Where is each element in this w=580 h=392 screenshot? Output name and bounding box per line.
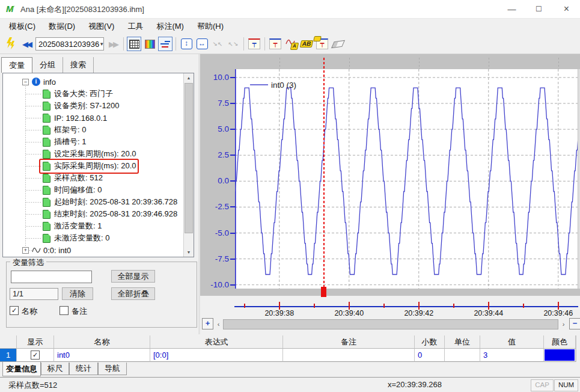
table-header-8: 颜色 <box>544 335 576 349</box>
page-icon <box>43 234 50 243</box>
y-axis-tick <box>230 206 235 207</box>
palette-button[interactable] <box>142 37 157 51</box>
cursor-line[interactable] <box>323 58 325 296</box>
minimize-button[interactable]: — <box>498 0 525 18</box>
fit-vertical-button[interactable]: ↕ <box>179 37 194 51</box>
tree-node-info[interactable]: −iinfo <box>3 76 56 88</box>
tree-item-label: 插槽号: 1 <box>54 136 86 147</box>
tag-range-button[interactable]: AB <box>299 37 314 51</box>
scroll-right-icon[interactable]: › <box>560 319 567 329</box>
y-axis-label: 5.0 <box>201 124 229 133</box>
grid-line-extension <box>349 58 350 69</box>
menu-item-data[interactable]: 数据(D) <box>42 19 82 34</box>
remark-cell[interactable] <box>283 349 415 362</box>
menu-item-template[interactable]: 模板(C) <box>2 19 42 34</box>
name-cell[interactable]: int0 <box>54 349 150 362</box>
prev-dataset-button[interactable]: ◀◀ <box>19 37 34 51</box>
collapse-icon[interactable]: − <box>22 79 29 85</box>
variable-tree: −iinfo设备大类: 西门子设备类别: S7-1200IP: 192.168.… <box>2 73 194 257</box>
h-scrollbar-track[interactable] <box>223 319 558 329</box>
visible-cell[interactable]: ✓ <box>17 349 54 362</box>
tree-item[interactable]: 时间偏移值: 0 <box>3 184 102 196</box>
tree-node-variable[interactable]: +0:0: int0 <box>3 244 71 256</box>
menu-item-tools[interactable]: 工具 <box>121 19 150 34</box>
value-cell[interactable]: 3 <box>480 349 544 362</box>
close-button[interactable]: × <box>553 0 580 18</box>
cursor-measure-button[interactable]: ┯ <box>247 37 261 51</box>
bottom-tab-variable-info[interactable]: 变量信息 <box>2 362 41 376</box>
zoom-out-button[interactable]: − <box>569 318 580 329</box>
tree-item[interactable]: IP: 192.168.0.1 <box>3 112 107 124</box>
clear-button[interactable]: 清除 <box>62 287 93 300</box>
page-icon <box>43 186 50 195</box>
legend-entry: int0 (3) <box>271 81 296 90</box>
y-axis-tick <box>230 103 235 104</box>
bottom-tab-statistics[interactable]: 统计 <box>69 363 98 375</box>
tab-groups[interactable]: 分组 <box>32 57 63 73</box>
cursor-handle[interactable] <box>321 287 326 297</box>
scroll-down-icon[interactable]: ▼ <box>184 248 194 257</box>
menu-item-annotate[interactable]: 标注(M) <box>150 19 191 34</box>
annotation-ruler-icon: ┯ <box>269 38 281 49</box>
tree-item[interactable]: 采样点数: 512 <box>3 172 103 184</box>
tree-item-label: 时间偏移值: 0 <box>54 185 102 195</box>
highlight-box <box>39 159 139 174</box>
remark-checkbox[interactable] <box>60 306 69 315</box>
page-icon <box>43 174 50 183</box>
filter-input[interactable] <box>11 271 92 283</box>
maximize-button[interactable]: ☐ <box>525 0 552 18</box>
tree-scrollbar[interactable]: ▲▼ <box>183 73 194 257</box>
tree-item[interactable]: 结束时刻: 2025-08-31 20:39:46.928 <box>3 208 177 220</box>
y-axis-label: 0.0 <box>201 176 229 185</box>
tree-item[interactable]: 设定采集周期(ms): 20.0 <box>3 148 136 160</box>
scroll-thumb[interactable] <box>185 83 193 233</box>
tab-search[interactable]: 搜索 <box>63 57 94 73</box>
shrink-horizontal-icon: ↖↘ <box>228 41 239 47</box>
tree-item[interactable]: 设备类别: S7-1200 <box>3 100 119 112</box>
annotation-measure-button[interactable]: ┯ <box>268 37 282 51</box>
unit-cell[interactable] <box>445 349 480 362</box>
tree-item-label: 未激活变量数: 0 <box>54 233 109 243</box>
tab-variables[interactable]: 变量 <box>1 57 32 73</box>
bottom-tab-ruler[interactable]: 标尺 <box>41 363 69 375</box>
refresh-button[interactable] <box>4 37 18 51</box>
grid-line-extension <box>558 58 559 69</box>
bottom-tab-navigation[interactable]: 导航 <box>98 363 127 375</box>
menu-item-view[interactable]: 视图(V) <box>82 19 121 34</box>
visible-checkbox[interactable]: ✓ <box>31 351 40 360</box>
show-all-button[interactable]: 全部显示 <box>111 270 155 283</box>
dataset-dropdown[interactable]: 20250831203936▼ <box>35 37 104 51</box>
tree-item[interactable]: 起始时刻: 2025-08-31 20:39:36.728 <box>3 196 177 208</box>
name-checkbox[interactable]: ✓ <box>10 306 19 315</box>
traces-toggle-button[interactable] <box>158 37 172 51</box>
plot-canvas[interactable]: int0 (3) <box>235 69 578 289</box>
table-scrollbar[interactable] <box>576 335 580 362</box>
color-swatch[interactable] <box>545 349 575 361</box>
tree-item[interactable]: 设备大类: 西门子 <box>3 88 113 100</box>
decimals-cell[interactable]: 0 <box>415 349 445 362</box>
expand-icon[interactable]: + <box>22 247 29 254</box>
app-window: M∕ Ana [未命名][20250831203936.ihm] — ☐ × 模… <box>0 0 580 392</box>
tree-item[interactable]: 插槽号: 1 <box>3 136 86 148</box>
menu-item-help[interactable]: 帮助(H) <box>191 19 230 34</box>
tag-measure-button[interactable]: ┯ <box>315 37 329 51</box>
tree-item[interactable]: 框架号: 0 <box>3 124 86 136</box>
scroll-up-icon[interactable]: ▲ <box>184 73 194 82</box>
y-axis-tick <box>230 233 235 234</box>
tag-point-button[interactable]: A <box>284 37 298 51</box>
y-axis-label: -2.5 <box>201 202 229 211</box>
y-axis-label: 7.5 <box>201 99 229 108</box>
expression-cell[interactable]: [0:0] <box>150 349 283 362</box>
collapse-all-button[interactable]: 全部折叠 <box>111 287 155 300</box>
grid-toggle-button[interactable] <box>127 37 141 51</box>
fit-horizontal-button[interactable]: ↔ <box>195 37 209 51</box>
scroll-left-icon[interactable]: ‹ <box>215 319 222 329</box>
erase-annotation-button[interactable] <box>331 37 345 51</box>
row-index-cell[interactable]: 1 <box>0 349 17 362</box>
zoom-in-button[interactable]: + <box>202 318 213 329</box>
next-dataset-button: ▶▶ <box>106 37 120 51</box>
tree-item[interactable]: 未激活变量数: 0 <box>3 232 109 244</box>
tree-item[interactable]: 激活变量数: 1 <box>3 220 102 232</box>
color-cell[interactable] <box>544 349 576 362</box>
y-axis-label: -10.0 <box>201 280 229 289</box>
